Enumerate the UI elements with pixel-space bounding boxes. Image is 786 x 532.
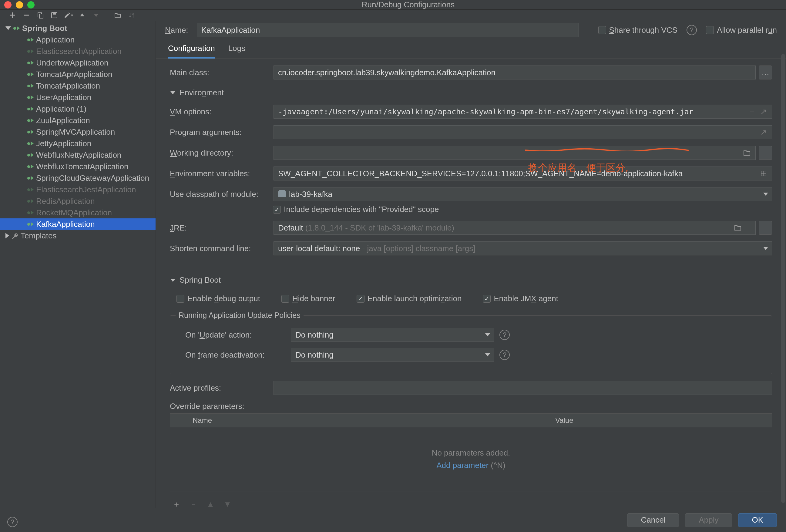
add-config-icon[interactable] [7, 10, 18, 20]
tree-item[interactable]: ZuulApplication [0, 115, 156, 126]
ok-button[interactable]: OK [738, 513, 777, 527]
program-args-input[interactable] [274, 125, 772, 139]
browse-folder-icon[interactable] [743, 148, 751, 157]
working-dir-input[interactable] [274, 146, 756, 160]
tree-item[interactable]: JettyApplication [0, 138, 156, 149]
tree-item[interactable]: KafkaApplication [0, 218, 156, 230]
remove-config-icon[interactable] [21, 10, 31, 20]
share-vcs-checkbox[interactable]: Share through VCS [598, 25, 677, 35]
edit-defaults-icon[interactable]: ▾ [63, 10, 73, 20]
tree-item[interactable]: UndertowApplication [0, 57, 156, 69]
param-add-icon[interactable]: ＋ [172, 500, 181, 508]
table-col-name: Name [188, 414, 551, 427]
tree-item[interactable]: UserApplication [0, 92, 156, 103]
move-down-icon[interactable] [91, 10, 101, 20]
tabs: Configuration Logs [156, 40, 786, 59]
enable-debug-checkbox[interactable]: Enable debug output [177, 294, 260, 303]
environment-section-header[interactable]: Environment [170, 86, 772, 98]
update-policies-group: Running Application Update Policies On '… [170, 316, 772, 374]
browse-main-class-button[interactable]: … [759, 66, 772, 79]
hide-banner-checkbox[interactable]: Hide banner [281, 294, 336, 303]
tree-templates[interactable]: Templates [0, 230, 156, 241]
insert-macro-icon[interactable]: + [748, 107, 756, 116]
program-args-label: Program arguments: [170, 128, 270, 137]
expand-field-icon[interactable]: ↗ [759, 128, 768, 137]
minimize-window-icon[interactable] [16, 1, 23, 8]
help-icon[interactable]: ? [687, 25, 697, 35]
main-class-input[interactable] [274, 66, 756, 79]
config-toolbar: ▾ [0, 10, 786, 21]
name-label: Name: [165, 25, 188, 35]
tree-item[interactable]: SpringCloudGatewayApplication [0, 172, 156, 184]
module-icon [278, 191, 289, 197]
cancel-button[interactable]: Cancel [627, 513, 679, 527]
tree-item[interactable]: ElasticsearchJestApplication [0, 184, 156, 195]
tree-item[interactable]: Application [0, 34, 156, 46]
shorten-dropdown[interactable]: user-local default: none - java [options… [274, 241, 772, 255]
sort-icon[interactable] [126, 10, 137, 20]
window-title: Run/Debug Configurations [34, 0, 782, 9]
tree-item[interactable]: TomcatApplication [0, 80, 156, 92]
main-panel: Name: Share through VCS ? Allow parallel… [156, 21, 786, 532]
scrollbar-thumb[interactable] [781, 54, 785, 503]
help-icon[interactable]: ? [500, 350, 510, 360]
env-vars-input[interactable] [274, 166, 772, 181]
config-tree-sidebar: Spring BootApplicationElasticsearchAppli… [0, 21, 156, 532]
tree-item[interactable]: ElasticsearchApplication [0, 46, 156, 57]
traffic-lights [4, 1, 34, 8]
on-frame-dropdown[interactable]: Do nothing [291, 348, 494, 362]
jre-label: JRE: [170, 223, 270, 233]
active-profiles-label: Active profiles: [170, 384, 270, 393]
param-remove-icon: － [189, 500, 198, 508]
classpath-label: Use classpath of module: [170, 190, 270, 199]
add-parameter-link[interactable]: Add parameter [436, 461, 488, 470]
tree-item[interactable]: WebfluxNettyApplication [0, 149, 156, 161]
tree-item[interactable]: RedisApplication [0, 195, 156, 207]
shorten-label: Shorten command line: [170, 244, 270, 253]
tab-configuration[interactable]: Configuration [168, 44, 215, 59]
dialog-footer: ? Cancel Apply OK [0, 508, 786, 532]
tree-item[interactable]: SpringMVCApplication [0, 126, 156, 138]
tree-item[interactable]: RocketMQApplication [0, 207, 156, 218]
empty-table-hint: No parameters added. [432, 448, 510, 458]
table-col-value: Value [551, 414, 772, 427]
classpath-dropdown[interactable]: lab-39-kafka [274, 187, 772, 201]
allow-parallel-checkbox[interactable]: Allow parallel run [706, 25, 777, 35]
working-dir-label: Working directory: [170, 148, 270, 158]
jre-dropdown-caret[interactable] [759, 221, 772, 235]
tab-logs[interactable]: Logs [228, 44, 245, 59]
spring-boot-section-header[interactable]: Spring Boot [170, 274, 772, 285]
tree-item[interactable]: TomcatAprApplication [0, 69, 156, 80]
tree-category-spring-boot[interactable]: Spring Boot [0, 22, 156, 34]
working-dir-dropdown-button[interactable] [759, 146, 772, 160]
tree-item[interactable]: WebfluxTomcatApplication [0, 161, 156, 172]
on-update-dropdown[interactable]: Do nothing [291, 328, 494, 342]
config-tree[interactable]: Spring BootApplicationElasticsearchAppli… [0, 21, 156, 243]
include-provided-checkbox[interactable]: Include dependencies with "Provided" sco… [273, 205, 439, 214]
param-down-icon: ▼ [223, 500, 232, 508]
close-window-icon[interactable] [4, 1, 11, 8]
zoom-window-icon[interactable] [27, 1, 34, 8]
enable-launch-opt-checkbox[interactable]: Enable launch optimization [356, 294, 462, 303]
override-params-table: Name Value No parameters added. Add para… [170, 413, 772, 491]
move-up-icon[interactable] [77, 10, 87, 20]
save-config-icon[interactable] [49, 10, 60, 20]
vm-options-input[interactable] [274, 105, 772, 119]
copy-config-icon[interactable] [35, 10, 45, 20]
update-policies-legend: Running Application Update Policies [176, 311, 304, 320]
enable-jmx-checkbox[interactable]: Enable JMX agent [483, 294, 558, 303]
apply-button[interactable]: Apply [685, 513, 732, 527]
help-button[interactable]: ? [7, 517, 18, 527]
help-icon[interactable]: ? [500, 330, 510, 340]
expand-field-icon[interactable]: ↗ [759, 107, 768, 116]
active-profiles-input[interactable] [274, 381, 772, 395]
on-frame-label: On frame deactivation: [185, 350, 285, 360]
on-update-label: On 'Update' action: [185, 330, 285, 340]
tree-item[interactable]: Application (1) [0, 103, 156, 115]
folder-icon[interactable] [113, 10, 123, 20]
main-class-label: Main class: [170, 68, 270, 77]
name-input[interactable] [197, 23, 579, 37]
edit-env-vars-icon[interactable] [759, 169, 768, 178]
browse-jre-icon[interactable] [734, 224, 742, 232]
jre-dropdown[interactable]: Default (1.8.0_144 - SDK of 'lab-39-kafk… [274, 221, 756, 235]
